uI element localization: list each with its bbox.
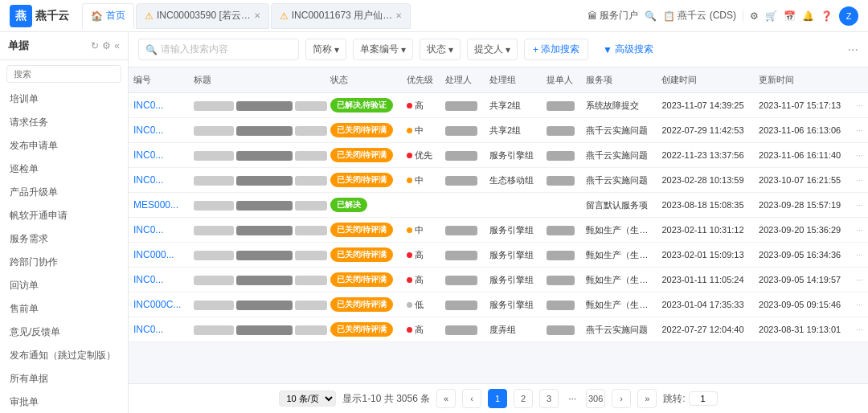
- collapse-icon[interactable]: «: [114, 40, 120, 51]
- portal-btn[interactable]: 🏛 服务门户: [588, 9, 638, 22]
- short-name-filter[interactable]: 简称 ▾: [305, 39, 346, 60]
- cell-row-actions[interactable]: ···: [851, 218, 868, 243]
- close-tab-2[interactable]: ✕: [395, 11, 402, 20]
- cell-updated: 2023-11-07 15:17:13: [754, 93, 851, 118]
- add-filter-button[interactable]: + 添加搜索: [524, 39, 588, 60]
- cell-submitter: [542, 268, 582, 292]
- cell-priority: 中: [402, 168, 440, 193]
- cell-created: 2023-01-04 17:35:33: [657, 292, 754, 317]
- cell-id[interactable]: INC0...: [129, 143, 189, 168]
- ticket-id-link[interactable]: INC000...: [133, 249, 174, 260]
- cell-id[interactable]: INC0...: [129, 93, 189, 118]
- cell-row-actions[interactable]: ···: [851, 168, 868, 193]
- bell-icon[interactable]: 🔔: [802, 10, 814, 22]
- sidebar-item-training[interactable]: 培训单: [0, 88, 128, 111]
- cell-id[interactable]: MES000...: [129, 193, 189, 218]
- sidebar-item-return-visit[interactable]: 回访单: [0, 274, 128, 297]
- last-page-btn[interactable]: »: [637, 389, 657, 408]
- cell-handler: [440, 93, 485, 118]
- refresh-icon[interactable]: ↻: [91, 40, 99, 51]
- settings-sidebar-icon[interactable]: ⚙: [102, 40, 111, 51]
- sidebar-item-pub-notice[interactable]: 发布通知（跳过定制版）: [0, 344, 128, 367]
- table-row: INC0...已关闭/待评满高服务引擎组甄如生产（生…2023-01-11 11…: [129, 268, 868, 292]
- search-input-wrapper[interactable]: 🔍 请输入搜索内容: [138, 39, 299, 60]
- next-page-btn[interactable]: ›: [612, 389, 631, 408]
- ticket-no-filter[interactable]: 单案编号 ▾: [353, 39, 413, 60]
- ticket-id-link[interactable]: INC0...: [133, 125, 163, 136]
- cell-row-actions[interactable]: ···: [851, 143, 868, 168]
- advanced-search-button[interactable]: ▼ 高级搜索: [595, 39, 661, 59]
- settings-icon[interactable]: ⚙: [750, 10, 759, 22]
- calendar-icon[interactable]: 📅: [784, 10, 796, 22]
- data-table: 编号 标题 状态 优先级 处理人 处理组 提单人 服务项 创建时间 更新时间 I…: [129, 67, 868, 342]
- ticket-id-link[interactable]: INC0...: [133, 149, 163, 161]
- cell-id[interactable]: INC000...: [129, 243, 189, 268]
- sidebar-item-cross-dept[interactable]: 跨部门协作: [0, 251, 128, 274]
- status-filter[interactable]: 状态 ▾: [420, 39, 461, 60]
- page-btn-last[interactable]: 306: [586, 389, 605, 408]
- cell-submitter: [542, 118, 582, 143]
- page-btn-2[interactable]: 2: [514, 389, 533, 408]
- cell-service: 甄如生产（生…: [581, 243, 657, 268]
- page-btn-3[interactable]: 3: [539, 389, 559, 408]
- tab-inc1[interactable]: ⚠ INC00003590 [若云… ✕: [136, 3, 269, 29]
- sidebar-item-approve[interactable]: 审批单: [0, 391, 128, 413]
- cell-status: 已关闭/待评满: [326, 268, 403, 292]
- search-btn[interactable]: 🔍: [645, 10, 657, 22]
- sidebar-item-all-records[interactable]: 所有单据: [0, 367, 128, 391]
- ticket-id-link[interactable]: INC0...: [133, 224, 163, 235]
- cell-handler: [440, 193, 485, 218]
- table-row: INC0...已关闭/待评满优先服务引擎组燕千云实施问题2022-11-23 1…: [129, 143, 868, 168]
- cds-btn[interactable]: 📋 燕千云 (CDS): [663, 9, 736, 22]
- cell-row-actions[interactable]: ···: [851, 268, 868, 292]
- ticket-id-link[interactable]: INC0...: [133, 324, 163, 335]
- ticket-id-link[interactable]: MES000...: [133, 199, 178, 211]
- sidebar-item-pub-apply[interactable]: 发布申请单: [0, 134, 128, 157]
- tab-inc2[interactable]: ⚠ INC00011673 用户仙… ✕: [271, 3, 411, 29]
- ticket-id-link[interactable]: INC0...: [133, 174, 163, 186]
- sidebar-item-offer[interactable]: 售前单: [0, 297, 128, 321]
- ticket-id-link[interactable]: INC000C...: [133, 299, 181, 310]
- sidebar-search-input[interactable]: [6, 65, 121, 83]
- cell-submitter: [542, 168, 582, 193]
- ticket-id-link[interactable]: INC0...: [133, 100, 163, 111]
- submitter-filter[interactable]: 提交人 ▾: [467, 39, 518, 60]
- sidebar-item-product-upgrade[interactable]: 产品升级单: [0, 181, 128, 204]
- divider-1: [743, 10, 743, 22]
- tab-home[interactable]: 🏠 首页: [82, 3, 134, 29]
- sidebar-item-patrol[interactable]: 巡检单: [0, 157, 128, 181]
- cell-row-actions[interactable]: ···: [851, 93, 868, 118]
- col-id: 编号: [129, 67, 189, 93]
- page-jump-input[interactable]: [689, 391, 718, 406]
- sidebar-item-claim-task[interactable]: 请求任务: [0, 111, 128, 134]
- cell-id[interactable]: INC0...: [129, 168, 189, 193]
- page-size-select[interactable]: 10 条/页 20 条/页 50 条/页: [279, 391, 336, 407]
- cell-id[interactable]: INC0...: [129, 317, 189, 342]
- cell-id[interactable]: INC0...: [129, 218, 189, 243]
- cell-row-actions[interactable]: ···: [851, 118, 868, 143]
- cell-priority: 优先: [402, 143, 440, 168]
- help-icon[interactable]: ❓: [821, 10, 833, 22]
- page-btn-1[interactable]: 1: [488, 389, 507, 408]
- prev-page-btn[interactable]: ‹: [462, 389, 481, 408]
- logo-icon: 燕: [10, 5, 32, 27]
- cell-id[interactable]: INC0...: [129, 118, 189, 143]
- cell-row-actions[interactable]: ···: [851, 317, 868, 342]
- cell-priority: 中: [402, 218, 440, 243]
- cell-id[interactable]: INC000C...: [129, 292, 189, 317]
- close-tab-1[interactable]: ✕: [254, 11, 260, 20]
- more-actions-icon[interactable]: ···: [848, 43, 858, 57]
- ticket-id-link[interactable]: INC0...: [133, 274, 163, 285]
- chevron-down-icon-2: ▾: [401, 44, 406, 55]
- cell-row-actions[interactable]: ···: [851, 292, 868, 317]
- cell-id[interactable]: INC0...: [129, 268, 189, 292]
- cell-row-actions[interactable]: ···: [851, 193, 868, 218]
- user-avatar[interactable]: Z: [839, 6, 858, 26]
- cell-submitter: [542, 93, 582, 118]
- first-page-btn[interactable]: «: [436, 389, 456, 408]
- sidebar-item-service-req[interactable]: 服务需求: [0, 227, 128, 251]
- cart-icon[interactable]: 🛒: [765, 10, 777, 22]
- cell-row-actions[interactable]: ···: [851, 243, 868, 268]
- sidebar-item-helm-open[interactable]: 帆软开通申请: [0, 204, 128, 227]
- sidebar-item-feedback[interactable]: 意见/反馈单: [0, 321, 128, 344]
